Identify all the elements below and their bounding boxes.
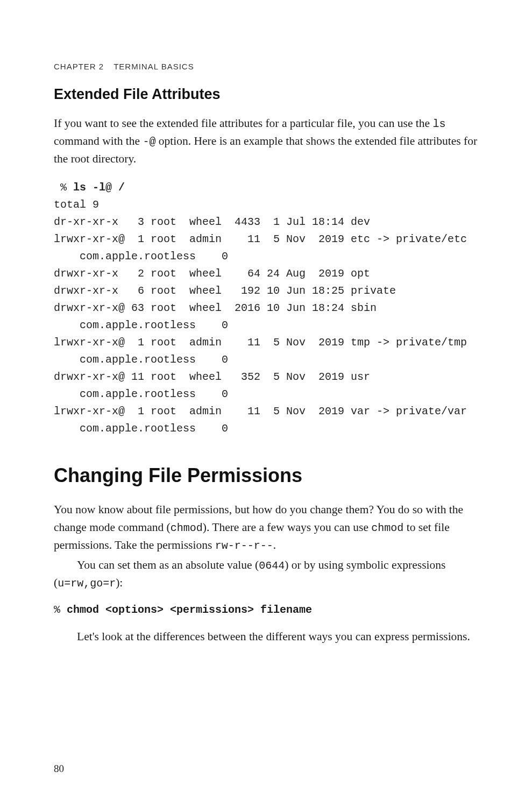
paragraph-chmod-3: Let's look at the differences between th… [54, 628, 478, 645]
chapter-header: CHAPTER 2TERMINAL BASICS [54, 62, 478, 71]
chapter-number: CHAPTER 2 [54, 62, 104, 71]
paragraph-extended-attrs: If you want to see the extended file att… [54, 115, 478, 167]
text: You can set them as an absolute value ( [77, 558, 259, 571]
prompt: % [54, 604, 67, 616]
text: Let's look at the differences between th… [77, 630, 470, 643]
chapter-title: TERMINAL BASICS [114, 62, 194, 71]
text: ): [116, 576, 123, 589]
text: ). There are a few ways you can use [203, 521, 372, 534]
code-symbolic: u=rw,go=r [58, 577, 116, 590]
prompt: % [54, 181, 73, 194]
text: command with the [54, 134, 143, 147]
command-ls: ls -l@ / [73, 181, 125, 194]
command-chmod-usage: chmod <options> <permissions> filename [67, 604, 312, 616]
section-heading-changing-permissions: Changing File Permissions [54, 464, 478, 487]
command-usage-block: % chmod <options> <permissions> filename [54, 604, 478, 616]
page-number: 80 [54, 763, 64, 775]
code-chmod: chmod [171, 522, 203, 534]
terminal-output: total 9 dr-xr-xr-x 3 root wheel 4433 1 J… [54, 199, 467, 435]
code-chmod-2: chmod [371, 522, 403, 534]
page: CHAPTER 2TERMINAL BASICS Extended File A… [0, 0, 532, 807]
text: . [273, 539, 276, 551]
paragraph-chmod-2: You can set them as an absolute value (0… [54, 556, 478, 592]
code-0644: 0644 [259, 560, 285, 572]
code-at-option: -@ [143, 136, 155, 148]
code-ls: ls [432, 118, 445, 130]
section-heading-extended-attrs: Extended File Attributes [54, 86, 478, 103]
code-perm-string: rw-r--r-- [215, 540, 273, 552]
text: If you want to see the extended file att… [54, 117, 432, 130]
terminal-block: % ls -l@ / total 9 dr-xr-xr-x 3 root whe… [54, 179, 478, 437]
paragraph-chmod-1: You now know about file permissions, but… [54, 501, 478, 554]
